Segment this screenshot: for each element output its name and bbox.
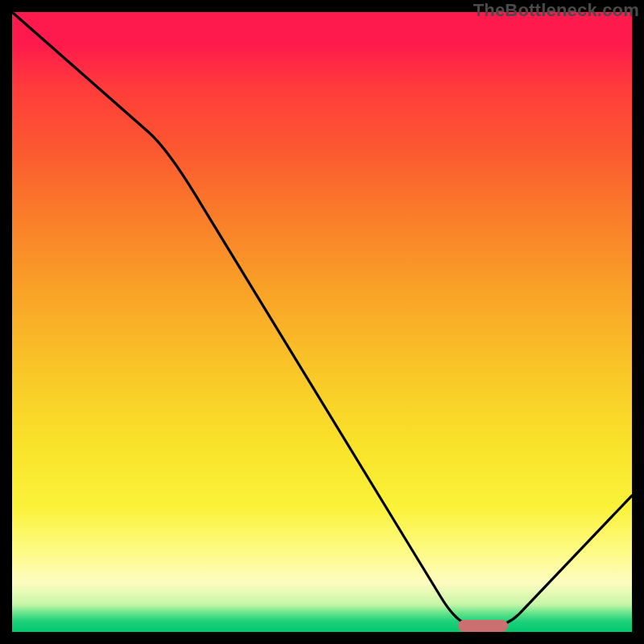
plot-area xyxy=(12,12,632,632)
bottleneck-curve xyxy=(12,12,632,632)
curve-path xyxy=(12,12,632,625)
chart-frame: TheBottleneck.com xyxy=(0,0,644,644)
attribution-label: TheBottleneck.com xyxy=(473,0,639,21)
optimal-marker xyxy=(458,620,508,632)
